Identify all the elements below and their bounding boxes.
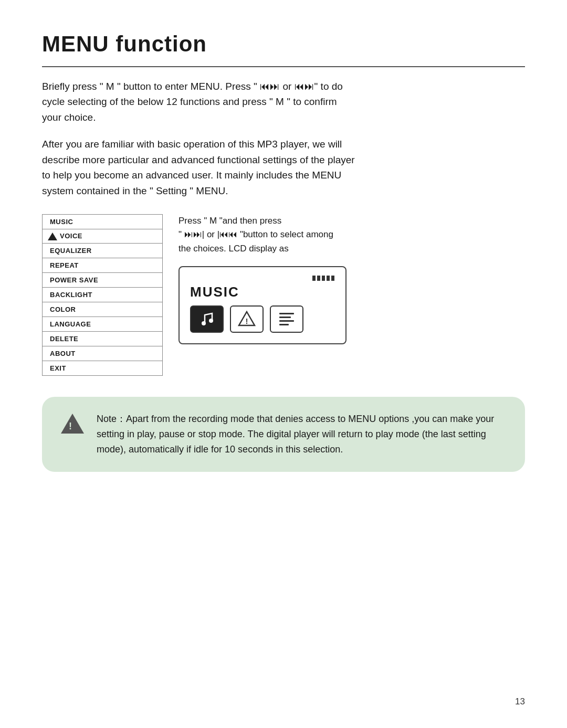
menu-label-about: ABOUT	[43, 346, 163, 361]
intro-paragraph-2: After you are familiar with basic operat…	[42, 136, 525, 198]
page-number: 13	[515, 697, 525, 707]
note-box: Note：Apart from the recording mode that …	[42, 397, 525, 471]
line-4	[279, 324, 289, 325]
battery-bar-3	[322, 276, 325, 281]
menu-label-exit: EXIT	[43, 361, 163, 376]
menu-label-powersave: POWER SAVE	[43, 273, 163, 288]
svg-point-1	[209, 319, 213, 323]
note-warning-icon	[61, 414, 84, 434]
menu-label-voice: VOICE	[43, 229, 163, 244]
intro-paragraph-1: Briefly press " M " button to enter MENU…	[42, 79, 525, 125]
lines-icon-inner	[276, 310, 297, 329]
menu-item-equalizer: EQUALIZER	[43, 244, 163, 258]
battery-bar-4	[327, 276, 330, 281]
battery-tip	[331, 276, 334, 281]
music-note-svg	[197, 310, 216, 329]
press-instructions: Press " M "and then press " ⏭⏭| or |⏮⏮ "…	[178, 214, 525, 256]
menu-item-color: COLOR	[43, 302, 163, 317]
menu-item-voice: VOICE	[43, 229, 163, 244]
page-title: MENU function	[42, 31, 525, 57]
note-triangle-shape	[61, 414, 84, 434]
menu-label-delete: DELETE	[43, 332, 163, 346]
menu-item-exit: EXIT	[43, 361, 163, 376]
menu-item-repeat: REPEAT	[43, 258, 163, 273]
menu-item-language: LANGUAGE	[43, 317, 163, 332]
battery-icon	[312, 276, 335, 281]
menu-label-music: MUSIC	[43, 215, 163, 229]
menu-label-language: LANGUAGE	[43, 317, 163, 332]
line-1	[279, 313, 294, 314]
svg-point-0	[202, 321, 206, 325]
menu-label-color: COLOR	[43, 302, 163, 317]
menu-item-about: ABOUT	[43, 346, 163, 361]
menu-item-delete: DELETE	[43, 332, 163, 346]
battery-bar-1	[312, 276, 316, 281]
menu-item-backlight: BACKLIGHT	[43, 288, 163, 302]
lcd-display: MUSIC !	[178, 266, 346, 344]
warning-triangle-icon	[48, 233, 57, 240]
menu-table: MUSIC VOICE EQUALIZER REPEAT POWER SAVE …	[42, 214, 163, 376]
battery-bar-2	[317, 276, 320, 281]
main-content-area: MUSIC VOICE EQUALIZER REPEAT POWER SAVE …	[42, 214, 525, 376]
lcd-icon-voice: !	[230, 305, 264, 333]
line-2	[279, 316, 291, 318]
lcd-top-bar	[190, 276, 335, 281]
title-divider	[42, 66, 525, 67]
menu-label-repeat: REPEAT	[43, 258, 163, 273]
voice-svg: !	[238, 310, 256, 329]
menu-label-backlight: BACKLIGHT	[43, 288, 163, 302]
lcd-music-label: MUSIC	[190, 284, 335, 300]
right-panel: Press " M "and then press " ⏭⏭| or |⏮⏮ "…	[163, 214, 525, 344]
lcd-icon-music	[190, 305, 224, 333]
svg-text:!: !	[246, 317, 248, 325]
menu-label-equalizer: EQUALIZER	[43, 244, 163, 258]
lcd-icon-lines	[270, 305, 303, 333]
lcd-icons-row: !	[190, 305, 335, 333]
line-3	[279, 320, 294, 322]
menu-item-music: MUSIC	[43, 215, 163, 229]
menu-item-powersave: POWER SAVE	[43, 273, 163, 288]
note-text: Note：Apart from the recording mode that …	[97, 412, 506, 457]
